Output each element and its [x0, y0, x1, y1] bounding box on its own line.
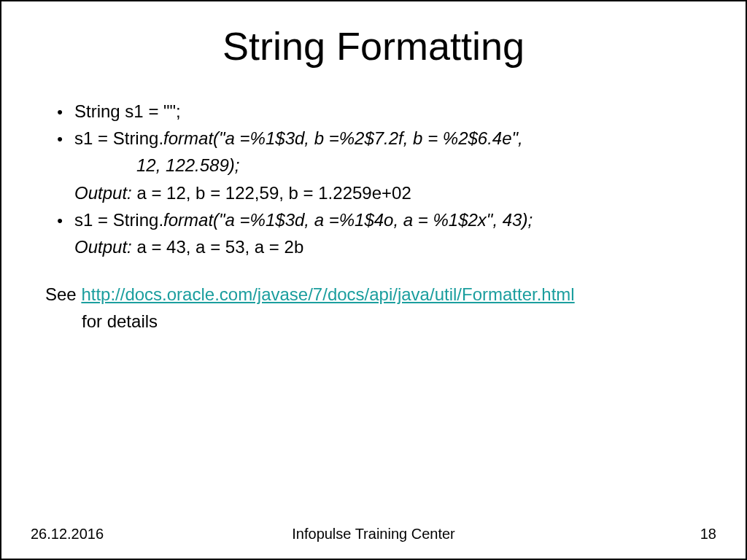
- output-text: Output: a = 12, b = 122,59, b = 1.2259e+…: [74, 179, 702, 206]
- footer-date: 26.12.2016: [31, 526, 104, 542]
- code-text: s1 = String.: [74, 128, 163, 148]
- docs-link[interactable]: http://docs.oracle.com/javase/7/docs/api…: [81, 284, 574, 304]
- footer-page: 18: [700, 526, 716, 542]
- see-prefix: See: [45, 284, 81, 304]
- continuation-line-1: 12, 122.589);: [45, 152, 702, 179]
- bullet-icon: [45, 98, 74, 125]
- bullet-icon: [45, 125, 74, 152]
- code-line: s1 = String.format("a =%1$3d, a =%1$4o, …: [74, 206, 702, 233]
- output-text: Output: a = 43, a = 53, a = 2b: [74, 233, 702, 260]
- code-text-italic: format("a =%1$3d, b =%2$7.2f, b = %2$6.4…: [163, 128, 523, 148]
- bullet-line-2: s1 = String.format("a =%1$3d, b =%2$7.2f…: [45, 125, 702, 152]
- slide-content: String s1 = ""; s1 = String.format("a =%…: [1, 98, 746, 335]
- output-label: Output:: [74, 237, 136, 257]
- code-line: String s1 = "";: [74, 98, 702, 125]
- bullet-icon: [45, 206, 74, 233]
- see-suffix: for details: [45, 308, 702, 335]
- output-value: a = 12, b = 122,59, b = 1.2259e+02: [136, 183, 411, 203]
- slide: String Formatting String s1 = ""; s1 = S…: [0, 0, 747, 560]
- code-text: s1 = String.: [74, 210, 163, 230]
- footer-center: Infopulse Training Center: [1, 526, 746, 542]
- bullet-line-1: String s1 = "";: [45, 98, 702, 125]
- output-line-1: Output: a = 12, b = 122,59, b = 1.2259e+…: [45, 179, 702, 206]
- code-line: s1 = String.format("a =%1$3d, b =%2$7.2f…: [74, 125, 702, 152]
- code-line: 12, 122.589);: [74, 152, 702, 179]
- output-value: a = 43, a = 53, a = 2b: [136, 237, 303, 257]
- output-line-2: Output: a = 43, a = 53, a = 2b: [45, 233, 702, 260]
- slide-title: String Formatting: [1, 23, 746, 69]
- see-block: See http://docs.oracle.com/javase/7/docs…: [45, 281, 702, 335]
- bullet-line-3: s1 = String.format("a =%1$3d, a =%1$4o, …: [45, 206, 702, 233]
- code-text-italic: format("a =%1$3d, a =%1$4o, a = %1$2x", …: [163, 210, 533, 230]
- slide-footer: Infopulse Training Center 26.12.2016 18: [1, 526, 746, 542]
- output-label: Output:: [74, 183, 136, 203]
